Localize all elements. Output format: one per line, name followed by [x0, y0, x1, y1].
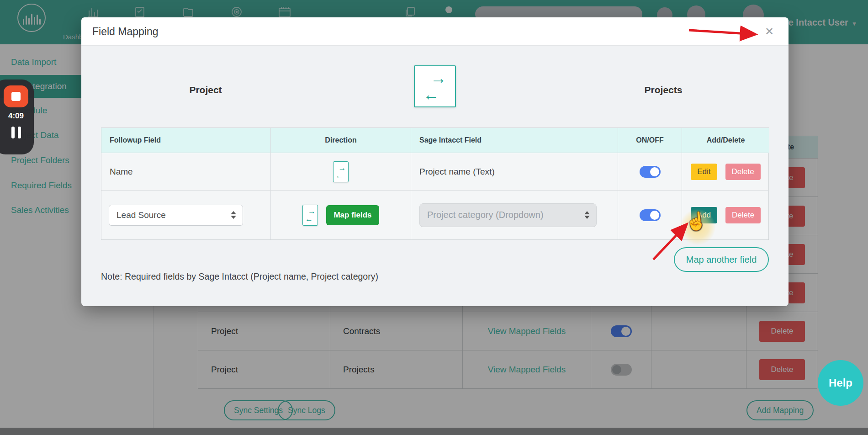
toggle-cell: [618, 190, 682, 239]
column-header: Followup Field: [101, 128, 271, 153]
recording-time: 4:09: [8, 111, 24, 121]
app-screenshot: Dashboard Sage Intacct User▾ Data Import…: [0, 0, 868, 435]
sage-field-select-disabled[interactable]: Project category (Dropdown): [419, 203, 597, 227]
screen-recorder-widget: 4:09: [0, 80, 34, 154]
help-button[interactable]: Help: [818, 360, 863, 406]
stop-icon: [11, 92, 21, 101]
actions-cell: Add Delete: [682, 190, 769, 239]
entity-left-label: Project: [160, 85, 251, 95]
modal-header: Field Mapping ✕: [81, 17, 789, 46]
select-arrows-icon: [231, 211, 236, 219]
direction-cell: → ←: [271, 153, 411, 190]
toggle-cell: [618, 153, 682, 190]
add-button[interactable]: Add: [691, 207, 717, 223]
map-fields-button[interactable]: Map fields: [326, 205, 379, 225]
field-toggle-on[interactable]: [640, 166, 661, 178]
column-header: Add/Delete: [682, 128, 769, 153]
sage-select-cell: Project category (Dropdown): [411, 190, 618, 239]
field-toggle-on[interactable]: [640, 209, 661, 221]
select-arrows-icon: [584, 211, 590, 219]
followup-field-value: Name: [101, 153, 271, 190]
followup-field-select[interactable]: Lead Source: [109, 205, 243, 226]
delete-button[interactable]: Delete: [725, 207, 761, 223]
map-another-field-button[interactable]: Map another field: [674, 247, 769, 272]
sage-field-value: Project name (Text): [411, 153, 618, 190]
field-mapping-table: Followup Field Direction Sage Intacct Fi…: [101, 127, 769, 240]
pause-recording-button[interactable]: [10, 125, 23, 140]
field-mapping-modal: Field Mapping ✕ Project → ← Projects Fol…: [81, 17, 789, 306]
actions-cell: Edit Delete: [682, 153, 769, 190]
column-header: ON/OFF: [618, 128, 682, 153]
direction-swap-icon: → ←: [302, 205, 318, 226]
close-icon[interactable]: ✕: [762, 25, 777, 38]
required-fields-note: Note: Required fields by Sage Intacct (P…: [101, 271, 378, 282]
stop-recording-button[interactable]: [4, 85, 28, 107]
exchange-direction-icon: → ←: [414, 65, 456, 107]
direction-cell: → ← Map fields: [271, 190, 411, 239]
direction-swap-icon: → ←: [333, 161, 349, 182]
edit-button[interactable]: Edit: [691, 164, 717, 180]
modal-title: Field Mapping: [92, 17, 158, 46]
column-header: Sage Intacct Field: [411, 128, 618, 153]
delete-button[interactable]: Delete: [725, 164, 761, 180]
entity-right-label: Projects: [618, 85, 709, 95]
column-header: Direction: [271, 128, 411, 153]
followup-select-cell: Lead Source: [101, 190, 271, 239]
